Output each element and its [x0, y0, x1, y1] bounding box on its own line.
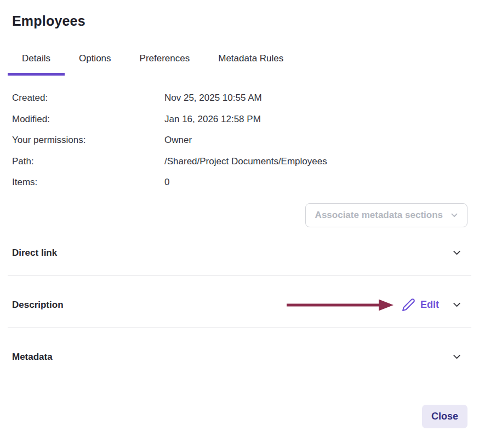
tab-details[interactable]: Details: [8, 44, 65, 76]
section-label: Metadata: [12, 352, 53, 363]
property-row-items: Items: 0: [12, 172, 479, 193]
page-title: Employees: [12, 13, 479, 29]
divider: [8, 328, 471, 328]
tab-bar: Details Options Preferences Metadata Rul…: [8, 44, 479, 76]
edit-label: Edit: [420, 299, 439, 311]
property-row-created: Created: Nov 25, 2025 10:55 AM: [12, 88, 479, 109]
description-actions: Edit: [286, 298, 463, 312]
section-direct-link[interactable]: Direct link: [0, 240, 479, 266]
dropdown-label: Associate metadata sections: [315, 210, 443, 221]
section-description[interactable]: Description Edit: [0, 292, 479, 318]
property-value: Owner: [164, 135, 192, 146]
folder-details-dialog: Employees Details Options Preferences Me…: [0, 13, 479, 448]
property-label: Created:: [12, 93, 164, 104]
tab-metadata-rules[interactable]: Metadata Rules: [204, 44, 298, 76]
dropdown-row: Associate metadata sections: [0, 203, 467, 227]
tab-preferences[interactable]: Preferences: [126, 44, 204, 76]
property-value: /Shared/Project Documents/Employees: [164, 156, 327, 167]
edit-description-button[interactable]: Edit: [402, 298, 439, 312]
properties-list: Created: Nov 25, 2025 10:55 AM Modified:…: [12, 88, 479, 193]
associate-metadata-sections-dropdown[interactable]: Associate metadata sections: [305, 203, 467, 227]
close-button[interactable]: Close: [422, 405, 467, 428]
chevron-down-icon[interactable]: [451, 351, 463, 363]
property-label: Modified:: [12, 114, 164, 125]
arrow-right-annotation: [286, 298, 394, 312]
section-label: Description: [12, 300, 64, 311]
dialog-footer: Close: [0, 405, 467, 428]
divider: [8, 275, 471, 276]
chevron-down-icon[interactable]: [451, 299, 463, 311]
property-value: Nov 25, 2025 10:55 AM: [164, 93, 262, 104]
section-label: Direct link: [12, 248, 57, 259]
property-value: 0: [164, 177, 169, 188]
pencil-icon: [402, 298, 415, 312]
property-label: Your permissions:: [12, 135, 164, 146]
chevron-down-icon[interactable]: [451, 247, 463, 259]
property-row-permissions: Your permissions: Owner: [12, 130, 479, 151]
chevron-down-icon: [449, 210, 459, 220]
property-row-modified: Modified: Jan 16, 2026 12:58 PM: [12, 109, 479, 130]
property-label: Items:: [12, 177, 164, 188]
tab-options[interactable]: Options: [65, 44, 126, 76]
property-row-path: Path: /Shared/Project Documents/Employee…: [12, 151, 479, 173]
section-metadata[interactable]: Metadata: [0, 344, 479, 370]
property-label: Path:: [12, 156, 164, 167]
property-value: Jan 16, 2026 12:58 PM: [164, 114, 261, 125]
